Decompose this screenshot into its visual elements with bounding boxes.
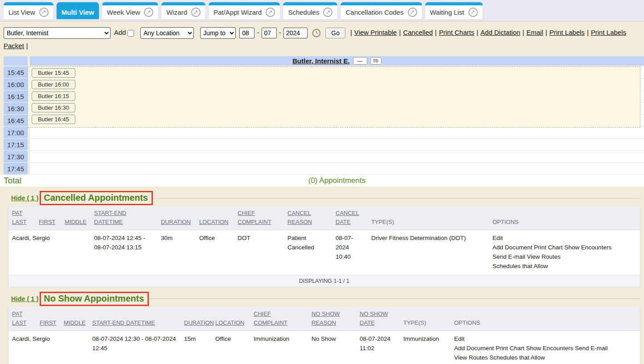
hide-cancelled-link[interactable]: Hide ( 1 ) <box>11 194 38 202</box>
tab-label: List View <box>8 8 35 16</box>
options-links-line[interactable]: Add Document Print Chart Show Encounters… <box>454 344 636 353</box>
separator: | <box>435 29 437 36</box>
tab-schedules[interactable]: Schedules ↗ <box>283 2 337 19</box>
open-new-window-icon[interactable]: ↗ <box>408 8 417 17</box>
tab-pat-appt-wizard[interactable]: Pat/Appt Wizard ↗ <box>209 2 280 19</box>
no-show-appointments-section: Hide ( 1 ) No Show Appointments PATLAST … <box>0 292 644 364</box>
open-new-window-icon[interactable]: ↗ <box>323 8 332 17</box>
add-dictation-link[interactable]: Add Dictation <box>480 29 520 36</box>
sort-chief-complaint[interactable]: CHIEF <box>254 310 304 318</box>
open-new-window-icon[interactable]: ↗ <box>144 8 153 17</box>
edit-link[interactable]: Edit <box>492 234 636 243</box>
sort-middle[interactable]: MIDDLE <box>64 318 85 327</box>
tab-label: Pat/Appt Wizard <box>213 8 262 16</box>
open-new-window-icon[interactable]: ↗ <box>468 8 478 17</box>
slot-button-1615[interactable]: Butler 16:15 <box>32 91 75 101</box>
date-separator: - <box>279 29 281 36</box>
forward-back-button[interactable]: f/b <box>370 57 381 65</box>
go-button[interactable]: Go <box>325 28 345 38</box>
options-links-line[interactable]: Add Document Print Chart Show Encounters <box>492 243 636 252</box>
schedule-cell[interactable] <box>30 127 644 139</box>
provider-column-header: Butler, Internist E. — f/b <box>30 56 644 66</box>
slot-button-1630[interactable]: Butler 16:30 <box>32 103 75 112</box>
tab-cancellation-codes[interactable]: Cancellation Codes ↗ <box>340 2 422 19</box>
date-year-input[interactable] <box>283 28 308 38</box>
tab-label: Multi View <box>62 8 94 16</box>
options-links-line[interactable]: Schedules that Allow <box>492 262 636 271</box>
sort-middle[interactable]: MIDDLE <box>65 218 87 227</box>
sort-cancel-date[interactable]: CANCEL <box>336 209 364 218</box>
schedule-toolbar: Butler, Internist Add Any Location Jump … <box>0 21 644 54</box>
cancelled-appointments-title: Cancelled Appointments <box>40 191 153 205</box>
add-checkbox[interactable] <box>127 30 134 37</box>
date-month-input[interactable] <box>239 28 254 38</box>
tab-multi-view[interactable]: Multi View <box>57 2 99 19</box>
email-link[interactable]: Email <box>526 29 543 36</box>
sort-no-show-date[interactable]: NO SHOW <box>360 310 396 318</box>
sort-no-show-reason[interactable]: NO SHOW <box>312 310 353 318</box>
tab-list-view[interactable]: List View ↗ <box>4 2 53 19</box>
sort-pat-last[interactable]: PAT <box>12 310 33 318</box>
chief-complaint: DOT <box>234 230 284 247</box>
date-day-input[interactable] <box>262 28 277 38</box>
cancelled-paging-footer: DISPLAYING 1-1 / 1 <box>8 275 640 287</box>
jump-to-select[interactable]: Jump to <box>200 27 236 39</box>
tab-waiting-list[interactable]: Waiting List ↗ <box>425 2 483 19</box>
view-printable-link[interactable]: View Printable <box>354 29 397 36</box>
options-cell: Edit Add Document Print Chart Show Encou… <box>489 230 640 275</box>
sort-location[interactable]: LOCATION <box>215 318 246 327</box>
options-links-line[interactable]: Send E-mail View Routes <box>492 252 636 262</box>
cancelled-appointments-table: PATLAST FIRST MIDDLE START-ENDDATETIME D… <box>8 206 640 287</box>
add-label: Add <box>114 29 126 36</box>
separator: | <box>546 29 547 36</box>
col-types: TYPE(S) <box>403 318 447 327</box>
tab-label: Cancellation Codes <box>345 8 403 16</box>
appointment-types: Immunization <box>400 331 451 347</box>
schedule-cell[interactable] <box>30 151 644 163</box>
col-options: OPTIONS <box>492 218 636 227</box>
no-show-appointments-table: PATLAST FIRST MIDDLE START-END DATETIME … <box>8 307 640 364</box>
edit-link[interactable]: Edit <box>454 335 636 344</box>
options-links-line[interactable]: View Routes Schedules that Allow <box>454 353 636 363</box>
open-new-window-icon[interactable]: ↗ <box>39 8 49 17</box>
sort-cancel-reason[interactable]: CANCEL <box>287 209 328 218</box>
duration: 30m <box>157 230 196 247</box>
hide-noshow-link[interactable]: Hide ( 1 ) <box>11 295 38 302</box>
sort-duration[interactable]: DURATION <box>184 318 208 327</box>
open-new-window-icon[interactable]: ↗ <box>191 8 201 17</box>
schedule-cell[interactable] <box>30 139 644 151</box>
schedule-cell[interactable] <box>30 163 644 175</box>
tab-week-view[interactable]: Week View ↗ <box>102 2 158 19</box>
separator: | <box>587 29 589 36</box>
col-options: OPTIONS <box>454 318 636 327</box>
clock-icon[interactable] <box>312 29 321 37</box>
provider-select[interactable]: Butler, Internist <box>4 27 111 39</box>
cancelled-link[interactable]: Cancelled <box>403 29 433 36</box>
sort-start-end[interactable]: START-END DATETIME <box>92 318 177 327</box>
tab-wizard[interactable]: Wizard ↗ <box>161 2 205 19</box>
open-new-window-icon[interactable]: ↗ <box>266 8 275 17</box>
sort-chief-complaint[interactable]: CHIEF <box>238 209 280 218</box>
slot-button-1545[interactable]: Butler 15:45 <box>32 68 75 78</box>
time-label: 17:00 <box>4 127 28 138</box>
no-show-appointments-title: No Show Appointments <box>40 292 149 306</box>
location-select[interactable]: Any Location <box>140 27 194 39</box>
sort-start-end[interactable]: START-END <box>94 209 154 218</box>
collapse-column-button[interactable]: — <box>353 57 367 65</box>
sort-location[interactable]: LOCATION <box>199 218 230 227</box>
provider-header-link[interactable]: Butler, Internist E. <box>292 57 349 65</box>
schedule-column-header: Butler, Internist E. — f/b <box>0 56 644 66</box>
sort-first[interactable]: FIRST <box>39 218 57 227</box>
print-charts-link[interactable]: Print Charts <box>439 29 474 36</box>
time-label: 17:15 <box>4 139 28 150</box>
sort-pat-last[interactable]: PAT <box>12 209 32 218</box>
slot-button-1600[interactable]: Butler 16:00 <box>32 80 75 89</box>
separator: | <box>26 42 28 50</box>
time-label: 16:15 <box>4 91 28 102</box>
sort-first[interactable]: FIRST <box>40 318 57 327</box>
print-labels-link[interactable]: Print Labels <box>550 29 585 36</box>
sort-duration[interactable]: DURATION <box>161 218 192 227</box>
time-label: 17:30 <box>4 151 28 162</box>
slot-button-1645[interactable]: Butler 16:45 <box>32 115 75 124</box>
separator: | <box>476 29 478 36</box>
